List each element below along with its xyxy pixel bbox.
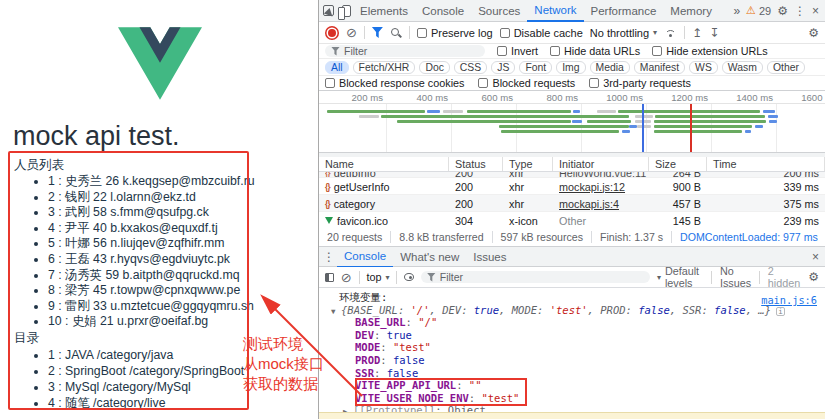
filter-funnel-icon[interactable] [372,27,383,38]
summary-20-requests: 20 requests [325,231,390,243]
request-size-cell: 900 B [649,178,707,195]
column-header-size[interactable]: Size [649,157,707,171]
vue-logo [118,27,202,104]
record-icon[interactable] [328,29,336,37]
search-icon[interactable] [390,27,402,39]
drawer-tab-console[interactable]: Console [337,246,393,268]
issues-warning[interactable]: ⚠ 29 [746,4,771,17]
table-row-getuserinfo[interactable]: {}getUserInfo200xhrmockapi.js:12900 B339… [319,178,825,195]
tab-sources[interactable]: Sources [471,0,527,22]
table-row-category[interactable]: {}category200xhrmockapi.js:4457 B375 ms [319,195,825,212]
drawer-tab-what-s-new[interactable]: What's new [393,246,466,268]
chip-all[interactable]: All [325,61,349,74]
request-time-cell: 339 ms [707,178,825,195]
hidden-messages-count[interactable]: 2 hidden [768,265,800,289]
chip-wasm[interactable]: Wasm [722,61,763,74]
preview-token: DEV: [442,304,474,316]
property-value: "" [469,379,482,391]
column-header-name[interactable]: Name [319,157,449,171]
3rd-party-requests-checkbox[interactable]: 3rd-party requests [589,77,691,89]
export-har-icon[interactable]: ↧ [709,27,719,39]
close-icon[interactable]: × [812,5,819,17]
waterfall-bar [655,115,765,118]
network-filter-input[interactable] [344,45,464,57]
console-filter-input[interactable] [440,271,560,283]
tab-network[interactable]: Network [527,0,583,22]
tab-performance[interactable]: Performance [584,0,664,22]
chip-js[interactable]: JS [491,61,515,74]
preview-token: SSR: [682,304,714,316]
column-header-status[interactable]: Status [449,157,503,171]
object-property-dev: DEV: true [319,329,825,342]
divider [364,26,365,39]
preserve-log-checkbox[interactable]: Preserve log [417,27,493,39]
disable-cache-checkbox[interactable]: Disable cache [500,27,583,39]
context-dropdown[interactable]: top ▾ [366,271,389,283]
waterfall-bar [618,110,760,113]
clear-console-icon[interactable]: ⊘ [341,271,352,284]
column-header-time[interactable]: Time [707,157,825,171]
chevron-down-icon: ▾ [657,273,661,282]
hide-data-urls-checkbox[interactable]: Hide data URLs [550,45,640,57]
clear-icon[interactable]: ⊘ [346,26,357,39]
tab-console[interactable]: Console [415,0,471,22]
vue-logo-svg [118,27,202,100]
console-drawer-tabbar: ⋮ ConsoleWhat's newIssues × [319,247,825,267]
list-item-directory: 3 : MySql /category/MySql [48,379,252,395]
more-tabs-icon[interactable]: » [733,5,740,17]
waterfall-bar [327,110,425,113]
column-header-initiator[interactable]: Initiator [553,157,649,171]
console-settings-gear-icon[interactable]: ⚙ [808,271,819,283]
chip-doc[interactable]: Doc [419,61,449,74]
blocked-requests-checkbox[interactable]: Blocked requests [478,77,575,89]
close-drawer-icon[interactable]: × [812,251,819,263]
menu-dots-icon[interactable]: ⋮ [794,5,806,17]
throttling-dropdown[interactable]: No throttling ▾ [590,27,657,39]
tab-memory[interactable]: Memory [663,0,719,22]
chip-fetch-xhr[interactable]: Fetch/XHR [353,61,416,74]
invert-checkbox[interactable]: Invert [497,45,538,57]
divider [711,271,712,284]
inspect-element-icon[interactable] [323,5,334,16]
initiator-link: Other [559,215,586,227]
object-property-ssr: SSR: false [319,367,825,380]
console-tabbar-right: × [812,251,821,263]
chip-css[interactable]: CSS [454,61,487,74]
drawer-tab-issues[interactable]: Issues [466,246,513,268]
chip-manifest[interactable]: Manifest [634,61,685,74]
live-expression-eye-icon[interactable] [404,273,414,281]
object-property-vite-app-api-url: VITE_APP_API_URL: "" [319,379,825,392]
ruler-tick-label: 600 ms [482,92,516,103]
chip-other[interactable]: Other [767,61,805,74]
chip-media[interactable]: Media [590,61,630,74]
network-settings-gear-icon[interactable]: ⚙ [808,27,819,39]
device-toolbar-icon[interactable] [342,5,351,17]
waterfall-bar [622,130,630,133]
checkbox-icon [589,78,599,88]
settings-gear-icon[interactable]: ⚙ [777,5,788,17]
drawer-menu-dots-icon[interactable]: ⋮ [323,251,335,263]
timeline-ruler: 200 ms400 ms600 ms800 ms1000 ms1200 ms14… [319,91,825,104]
ruler-tick-label: 800 ms [547,92,581,103]
tab-elements[interactable]: Elements [353,0,415,22]
table-row-favicon-ico[interactable]: favicon.ico304x-iconOther145 B239 ms [319,212,825,229]
column-header-type[interactable]: Type [503,157,553,171]
chip-ws[interactable]: WS [689,61,718,74]
request-type-cell: xhr [503,195,553,212]
console-sidebar-icon[interactable] [325,273,334,282]
waterfall-bar [499,125,629,128]
initiator-link[interactable]: mockapi.js:12 [559,181,625,193]
hide-extension-urls-checkbox[interactable]: Hide extension URLs [652,45,767,57]
initiator-link[interactable]: mockapi.js:4 [559,198,619,210]
chip-img[interactable]: Img [556,61,585,74]
waterfall-bar [381,115,629,118]
network-conditions-icon[interactable] [664,28,677,38]
waterfall-overview[interactable] [319,104,825,153]
request-type-chips: AllFetch/XHRDocCSSJSFontImgMediaManifest… [319,59,825,76]
prototype-value: Object [448,404,486,412]
chip-font[interactable]: Font [519,61,552,74]
import-har-icon[interactable]: ↥ [692,27,702,39]
annotation-line: 获取的数据 [243,374,324,394]
blocked-response-cookies-checkbox[interactable]: Blocked response cookies [325,77,464,89]
log-levels-dropdown[interactable]: ▾ Default levels [657,265,703,289]
